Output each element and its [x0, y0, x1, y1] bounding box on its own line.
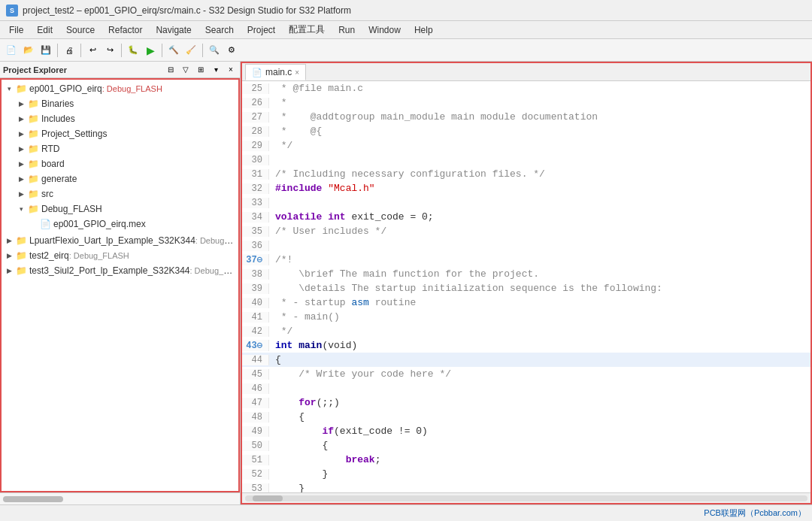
tree-item-src[interactable]: ▶ 📁 src	[2, 186, 238, 201]
pe-close-btn[interactable]: ×	[225, 64, 237, 76]
tree-arrow-binaries: ▶	[15, 100, 27, 108]
tree-item-board[interactable]: ▶ 📁 board	[2, 156, 238, 171]
pe-filter-btn[interactable]: ▽	[180, 64, 192, 76]
tree-item-debug-flash[interactable]: ▾ 📁 Debug_FLASH	[2, 201, 238, 217]
editor-panel: 📄 main.c × 25 * @file main.c 26 *	[241, 62, 812, 504]
line-code-48: {	[269, 411, 810, 423]
menu-project[interactable]: Project	[241, 23, 281, 37]
tree-item-lpuart[interactable]: ▶ 📁 LpuartFlexio_Uart_lp_Example_S32K344…	[2, 233, 238, 248]
menu-help[interactable]: Help	[408, 23, 439, 37]
tree-label-mex: ep001_GPIO_eirq.mex	[53, 219, 146, 229]
menu-source[interactable]: Source	[60, 23, 101, 37]
line-code-27: * @addtogroup main_module main module do…	[269, 111, 810, 123]
line-code-28: * @{	[269, 126, 810, 137]
tree-item-test3[interactable]: ▶ 📁 test3_Siul2_Port_lp_Example_S32K344:…	[2, 263, 238, 278]
menu-bar: File Edit Source Refactor Navigate Searc…	[0, 21, 812, 39]
code-line-33: 33	[242, 195, 810, 210]
pe-minimize-btn[interactable]: ⊟	[165, 64, 177, 76]
tree-item-project-settings[interactable]: ▶ 📁 Project_Settings	[2, 126, 238, 141]
tree-item-test2[interactable]: ▶ 📁 test2_eirq: Debug_FLASH	[2, 248, 238, 263]
tab-close-btn[interactable]: ×	[295, 68, 299, 77]
tree-item-mex-file[interactable]: 📄 ep001_GPIO_eirq.mex	[2, 217, 238, 232]
code-line-50: 50 {	[242, 438, 810, 453]
line-num-43: 43⊖	[242, 340, 269, 351]
tree-label-generate: generate	[41, 174, 77, 184]
toolbar-sep-5	[202, 44, 203, 57]
menu-search[interactable]: Search	[199, 23, 240, 37]
toolbar-debug[interactable]: 🐛	[125, 42, 141, 59]
line-code-42: */	[269, 326, 810, 337]
code-line-31: 31 /* Including necessary configuration …	[242, 167, 810, 181]
h-scroll-thumb	[3, 496, 63, 502]
left-scrollbar[interactable]	[0, 492, 240, 504]
project-tree: ▾ 📁 ep001_GPIO_eirq: Debug_FLASH ▶ 📁 Bin…	[0, 78, 240, 492]
folder-icon-lpuart: 📁	[15, 235, 27, 247]
tree-label-test3: test3_Siul2_Port_lp_Example_S32K344: Deb…	[29, 265, 235, 276]
line-code-49: if(exit_code != 0)	[269, 426, 810, 437]
line-num-32: 32	[242, 183, 269, 194]
menu-navigate[interactable]: Navigate	[150, 23, 197, 37]
code-line-27: 27 * @addtogroup main_module main module…	[242, 110, 810, 124]
line-code-34: volatile int exit_code = 0;	[269, 211, 810, 223]
code-line-26: 26 *	[242, 95, 810, 110]
editor-scrollbar[interactable]	[242, 492, 810, 503]
menu-file[interactable]: File	[3, 23, 29, 37]
line-num-49: 49	[242, 426, 269, 437]
tree-item-root[interactable]: ▾ 📁 ep001_GPIO_eirq: Debug_FLASH	[2, 81, 238, 96]
pe-menu-btn[interactable]: ▾	[210, 64, 222, 76]
title-bar: S project_test2 – ep001_GPIO_eirq/src/ma…	[0, 0, 812, 21]
tree-arrow-settings: ▶	[15, 130, 27, 138]
line-code-25: * @file main.c	[269, 83, 810, 94]
code-line-38: 38 \brief The main function for the proj…	[242, 267, 810, 281]
line-code-43: int main(void)	[269, 340, 810, 351]
h-scroll[interactable]	[245, 495, 807, 501]
code-line-51: 51 break;	[242, 453, 810, 467]
editor-tabs: 📄 main.c ×	[242, 63, 810, 81]
tree-item-generate[interactable]: ▶ 📁 generate	[2, 171, 238, 186]
code-line-49: 49 if(exit_code != 0)	[242, 424, 810, 438]
line-num-46: 46	[242, 383, 269, 394]
tree-arrow-rtd: ▶	[15, 145, 27, 153]
toolbar-build[interactable]: 🔨	[165, 42, 182, 59]
toolbar-sep-4	[162, 44, 162, 57]
line-code-37: /*!	[269, 254, 810, 265]
tree-arrow-test2: ▶	[3, 252, 15, 259]
tree-arrow-includes: ▶	[15, 115, 27, 123]
app-icon: S	[6, 5, 18, 17]
menu-refactor[interactable]: Refactor	[102, 23, 148, 37]
editor-content[interactable]: 25 * @file main.c 26 * 27 * @addtogroup …	[242, 81, 810, 492]
toolbar-settings[interactable]: ⚙	[223, 42, 240, 59]
toolbar-save[interactable]: 💾	[38, 42, 54, 59]
tree-item-binaries[interactable]: ▶ 📁 Binaries	[2, 96, 238, 111]
left-panel: Project Explorer ⊟ ▽ ⊞ ▾ × ▾ 📁 ep001_GPI…	[0, 62, 241, 504]
folder-icon-src: 📁	[27, 188, 39, 200]
line-num-28: 28	[242, 126, 269, 137]
line-code-40: * - startup asm routine	[269, 297, 810, 308]
pe-collapse-btn[interactable]: ⊞	[195, 64, 207, 76]
tab-label: main.c	[265, 67, 292, 77]
tree-arrow-test3: ▶	[3, 267, 15, 274]
toolbar-search[interactable]: 🔍	[206, 42, 223, 59]
toolbar-new[interactable]: 📄	[3, 42, 20, 59]
status-bar: PCB联盟网（Pcbbar.com）	[0, 504, 812, 521]
menu-run[interactable]: Run	[332, 23, 361, 37]
toolbar-open[interactable]: 📂	[20, 42, 37, 59]
toolbar-clean[interactable]: 🧹	[183, 42, 199, 59]
menu-config[interactable]: 配置工具	[283, 22, 331, 38]
tree-label-test2: test2_eirq: Debug_FLASH	[29, 250, 129, 261]
toolbar-redo[interactable]: ↪	[102, 42, 118, 59]
line-code-47: for(;;)	[269, 397, 810, 408]
editor-tab-main[interactable]: 📄 main.c ×	[245, 64, 306, 80]
toolbar-undo[interactable]: ↩	[84, 42, 101, 59]
code-line-36: 36	[242, 238, 810, 253]
code-line-46: 46	[242, 381, 810, 395]
tree-item-includes[interactable]: ▶ 📁 Includes	[2, 111, 238, 126]
code-line-35: 35 /* User includes */	[242, 224, 810, 238]
menu-edit[interactable]: Edit	[31, 23, 59, 37]
tree-item-rtd[interactable]: ▶ 📁 RTD	[2, 141, 238, 156]
toolbar-run[interactable]: ▶	[142, 42, 159, 59]
menu-window[interactable]: Window	[362, 23, 407, 37]
tree-arrow-lpuart: ▶	[3, 237, 15, 244]
toolbar-print[interactable]: 🖨	[61, 42, 77, 59]
code-line-30: 30	[242, 153, 810, 167]
